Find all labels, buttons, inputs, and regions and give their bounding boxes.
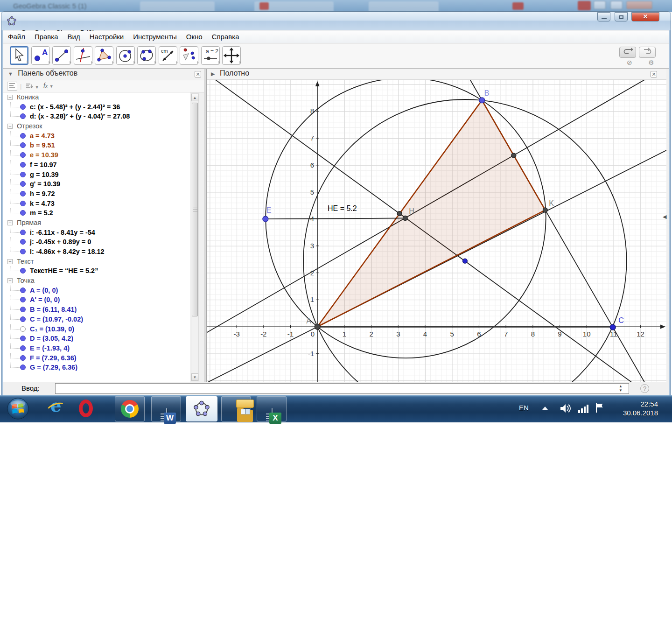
tree-item[interactable]: b = 9.51 — [3, 140, 190, 150]
tree-item[interactable]: D = (3.05, 4.2) — [3, 334, 190, 344]
scrollbar-thumb[interactable] — [192, 103, 198, 316]
tree-item[interactable]: k = 4.73 — [3, 199, 190, 209]
tree-item[interactable]: A = (0, 0) — [3, 286, 190, 295]
visibility-bullet-icon[interactable] — [20, 133, 26, 139]
tree-item[interactable]: h = 9.72 — [3, 189, 190, 199]
taskbar-internet-explorer[interactable]: e — [48, 399, 66, 418]
sort-objects-icon[interactable]: ▼ — [26, 83, 39, 90]
redo-button[interactable] — [639, 47, 656, 58]
input-history-spinner-icon[interactable]: ▲▼ — [619, 384, 623, 393]
tray-action-center-flag-icon[interactable] — [595, 402, 606, 414]
point-C[interactable] — [610, 324, 616, 330]
tree-item[interactable]: c: (x - 5.48)² + (y - 2.44)² = 36 — [3, 102, 190, 112]
taskbar-excel[interactable]: X — [257, 396, 287, 421]
panel-close-icon[interactable]: ✕ — [195, 71, 201, 77]
visibility-bullet-icon[interactable] — [20, 142, 26, 148]
graphics-view-header[interactable]: ▶ Полотно ✕ — [207, 69, 666, 80]
point-B[interactable] — [479, 98, 485, 103]
tree-item[interactable]: C₁ = (10.39, 0) — [3, 324, 190, 334]
tree-item[interactable]: e = 10.39 — [3, 150, 190, 160]
visibility-bullet-icon[interactable] — [20, 355, 26, 361]
tray-clock[interactable]: 22:54 30.06.2018 — [611, 400, 658, 417]
collapse-box-icon[interactable]: − — [7, 278, 13, 283]
tree-section[interactable]: −Отрезок — [3, 121, 190, 131]
sidebar-collapse-arrow-icon[interactable]: ◀ — [663, 214, 666, 220]
collapse-box-icon[interactable]: − — [7, 259, 13, 264]
panel-scrollbar[interactable]: ▲ ▼ — [191, 93, 199, 381]
visibility-bullet-icon[interactable] — [20, 316, 26, 322]
conic-tool-button[interactable] — [137, 46, 156, 65]
tray-language[interactable]: EN — [519, 404, 529, 412]
visibility-bullet-icon[interactable] — [20, 287, 26, 293]
visibility-bullet-icon[interactable] — [20, 268, 26, 273]
close-button[interactable]: ✕ — [631, 12, 659, 21]
taskbar-geogebra[interactable] — [186, 396, 217, 421]
tray-volume-icon[interactable] — [559, 403, 572, 414]
visibility-bullet-icon[interactable] — [20, 365, 26, 370]
tray-network-icon[interactable] — [578, 404, 590, 413]
point-A[interactable] — [315, 324, 320, 330]
point-tool-button[interactable]: A — [31, 46, 50, 65]
undo-button[interactable] — [619, 47, 636, 58]
point-K[interactable] — [543, 208, 547, 212]
visibility-bullet-icon[interactable] — [20, 162, 26, 168]
slider-tool-button[interactable]: a = 2 — [201, 46, 220, 65]
tree-section[interactable]: −Точка — [3, 276, 190, 286]
tree-item[interactable]: j: -0.45x + 0.89y = 0 — [3, 237, 190, 247]
toolbar-settings-icon[interactable]: ⚙ — [648, 59, 654, 66]
maximize-button[interactable] — [615, 12, 628, 21]
taskbar-word[interactable]: W — [151, 396, 181, 421]
panel-collapse-icon[interactable]: ▼ — [8, 71, 13, 77]
visibility-bullet-icon[interactable] — [20, 181, 26, 187]
collapse-box-icon[interactable]: − — [7, 124, 13, 129]
transform-tool-button[interactable] — [180, 46, 198, 65]
taskbar-opera[interactable] — [77, 399, 95, 418]
tree-item[interactable]: A' = (0, 0) — [3, 295, 190, 305]
tree-item[interactable]: G = (7.29, 6.36) — [3, 363, 190, 372]
visibility-bullet-icon[interactable] — [20, 239, 26, 245]
scroll-down-icon[interactable]: ▼ — [191, 373, 198, 381]
visibility-bullet-icon[interactable] — [20, 326, 26, 332]
tree-item[interactable]: ТекстHE = “HE = 5.2” — [3, 266, 190, 276]
tree-section[interactable]: −Прямая — [3, 218, 190, 228]
polygon-tool-button[interactable] — [95, 46, 113, 65]
menu-item-5[interactable]: Окно — [182, 31, 207, 41]
algebra-panel-header[interactable]: ▼ Панель объектов ✕ — [3, 69, 204, 80]
tree-item[interactable]: f = 10.97 — [3, 160, 190, 170]
point[interactable] — [397, 211, 402, 216]
point[interactable] — [511, 153, 516, 158]
move-canvas-tool-button[interactable] — [222, 46, 241, 65]
visibility-bullet-icon[interactable] — [20, 307, 26, 312]
input-help-icon[interactable]: ? — [640, 384, 649, 393]
visibility-bullet-icon[interactable] — [20, 152, 26, 158]
menu-item-0[interactable]: Файл — [3, 31, 30, 41]
tree-item[interactable]: B = (6.11, 8.41) — [3, 305, 190, 315]
line-tool-button[interactable] — [52, 46, 71, 65]
tree-item[interactable]: g = 10.39 — [3, 170, 190, 180]
scroll-up-icon[interactable]: ▲ — [191, 94, 198, 101]
collapse-box-icon[interactable]: − — [7, 220, 13, 225]
visibility-bullet-icon[interactable] — [20, 336, 26, 341]
special-line-tool-button[interactable] — [74, 46, 92, 65]
tree-item[interactable]: C = (10.97, -0.02) — [3, 315, 190, 324]
tray-hidden-icons-caret[interactable] — [542, 407, 548, 410]
collapse-box-icon[interactable]: − — [7, 95, 13, 100]
tree-item[interactable]: m = 5.2 — [3, 208, 190, 218]
graphics-view[interactable]: -3-2-1012345678910111287654321-1ABCEHKHE… — [207, 80, 666, 382]
menu-item-1[interactable]: Правка — [30, 31, 63, 41]
menu-item-4[interactable]: Инструменты — [128, 31, 182, 41]
visibility-bullet-icon[interactable] — [20, 297, 26, 302]
he-annotation[interactable]: HE = 5.2 — [328, 204, 357, 212]
point[interactable] — [462, 259, 467, 263]
tree-item[interactable]: l: -4.86x + 8.42y = 18.12 — [3, 247, 190, 257]
point-H[interactable] — [403, 216, 407, 220]
visibility-bullet-icon[interactable] — [20, 345, 26, 351]
tree-item[interactable]: a = 4.73 — [3, 131, 190, 141]
tree-item[interactable]: d: (x - 3.28)² + (y - 4.04)² = 27.08 — [3, 112, 190, 121]
title-bar[interactable]: GeoGebra Classic 5 (2) — [1, 12, 671, 30]
visibility-bullet-icon[interactable] — [20, 191, 26, 196]
tree-item[interactable]: F = (7.29, 6.36) — [3, 353, 190, 363]
start-button[interactable] — [7, 398, 29, 420]
tree-section[interactable]: −Текст — [3, 257, 190, 266]
show-input-help-icon[interactable]: fx ▼ — [43, 82, 54, 89]
